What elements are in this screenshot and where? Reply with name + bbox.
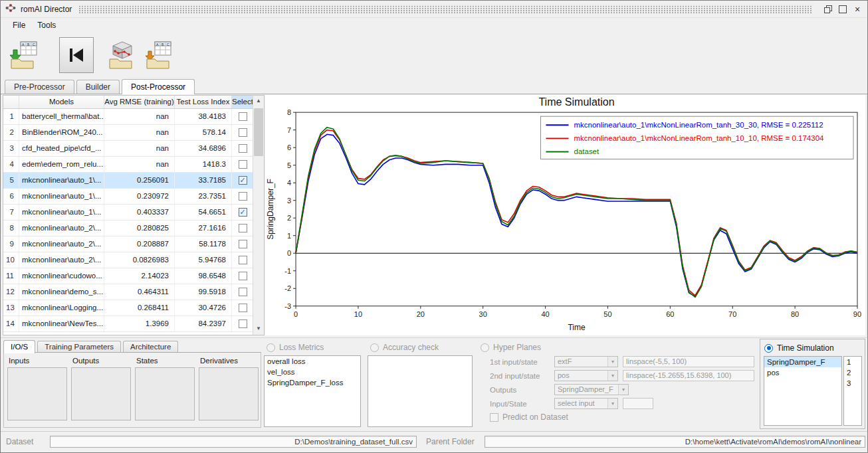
open-training-table-button[interactable]: ABC: [6, 37, 41, 73]
menu-file[interactable]: File: [7, 19, 31, 31]
hyper-row-label: Input/State: [490, 400, 550, 408]
header-avg-rmse[interactable]: Avg RMSE (training): [104, 96, 175, 108]
ios-column-label: Inputs: [9, 357, 67, 365]
table-row[interactable]: 11mkcnonlinear\cudowo...2.1402398.6548: [3, 268, 253, 284]
table-row[interactable]: 6mkcnonlinear\auto_1\...0.23097223.7351: [3, 189, 253, 205]
select-checkbox[interactable]: ✓: [239, 208, 247, 217]
select-checkbox[interactable]: [239, 192, 247, 201]
accuracy-check-list[interactable]: [368, 355, 473, 427]
table-row[interactable]: 2BinBlender\ROM_240...nan578.14: [3, 125, 253, 141]
select-checkbox[interactable]: [239, 240, 247, 248]
accuracy-check-radio[interactable]: Accuracy check: [370, 342, 439, 353]
test-loss-cell: 38.4183: [175, 109, 232, 124]
ios-list-states[interactable]: [135, 367, 195, 420]
svg-text:C: C: [167, 43, 169, 46]
tab-architecture[interactable]: Architecture: [123, 341, 178, 353]
radio-icon: [764, 344, 773, 353]
test-loss-cell: 23.7351: [175, 189, 232, 204]
header-models[interactable]: Models: [19, 96, 104, 108]
table-row[interactable]: 3cfd_heated_pipe\cfd_...nan34.6896: [3, 141, 253, 157]
close-icon[interactable]: ×: [851, 3, 863, 15]
list-item[interactable]: pos: [764, 367, 841, 378]
open-results-table-button[interactable]: ABC: [142, 37, 176, 73]
tab-builder[interactable]: Builder: [76, 80, 120, 94]
time-sim-signal-list[interactable]: SpringDamper_Fpos: [764, 356, 842, 426]
table-row[interactable]: 5mkcnonlinear\auto_1\...0.25609133.7185✓: [3, 173, 253, 189]
select-checkbox[interactable]: [239, 288, 247, 296]
list-item[interactable]: SpringDamper_F_loss: [265, 377, 360, 388]
table-row[interactable]: 13mkcnonlinear\Logging...0.26841130.4726: [3, 300, 253, 316]
parent-folder-field[interactable]: D:\home\kett\Activate\romAI\demos\romAI\…: [485, 436, 865, 448]
model-name-cell: mkcnonlinear\auto_2\...: [19, 252, 104, 268]
scroll-down-icon[interactable]: ▼: [253, 323, 264, 335]
table-row[interactable]: 12mkcnonlinear\demo_s...0.46431199.5918: [3, 284, 253, 300]
test-loss-cell: 54.6651: [175, 205, 232, 220]
loss-metrics-list[interactable]: overall lossvel_lossSpringDamper_F_loss: [264, 355, 361, 427]
model-name-cell: mkcnonlinear\NewTes...: [19, 316, 104, 331]
ios-list-inputs[interactable]: [7, 367, 67, 420]
hyper-select-outputs[interactable]: SpringDamper_F▾: [554, 384, 629, 395]
select-checkbox[interactable]: ✓: [239, 176, 247, 185]
open-rom-button[interactable]: [104, 37, 139, 73]
time-simulation-radio[interactable]: Time Simulation: [764, 343, 834, 353]
avg-rmse-cell: 2.14023: [104, 268, 175, 284]
ios-list-outputs[interactable]: [71, 367, 131, 420]
header-select[interactable]: Select: [232, 96, 253, 108]
select-checkbox[interactable]: [239, 224, 247, 232]
list-item[interactable]: 3: [844, 378, 861, 389]
test-loss-cell: 30.4726: [175, 300, 232, 316]
select-checkbox[interactable]: [239, 272, 247, 280]
loss-metrics-radio[interactable]: Loss Metrics: [267, 342, 324, 353]
table-scrollbar[interactable]: ▲ ▼: [253, 96, 264, 335]
hyper-planes-radio[interactable]: Hyper Planes: [481, 342, 541, 353]
list-item[interactable]: overall loss: [265, 356, 360, 367]
select-checkbox[interactable]: [239, 304, 247, 312]
dataset-path-field[interactable]: D:\Demos\training_dataset_full.csv: [50, 436, 417, 448]
menu-tools[interactable]: Tools: [32, 19, 61, 31]
select-checkbox[interactable]: [239, 319, 247, 328]
hyper-select-input-state[interactable]: select input▾: [554, 398, 618, 409]
select-checkbox[interactable]: [239, 112, 247, 121]
predict-on-dataset-checkbox[interactable]: Predict on Dataset: [490, 412, 568, 422]
select-checkbox[interactable]: [239, 160, 247, 169]
table-row[interactable]: 4edem\edem_rom_relu...nan1418.3: [3, 157, 253, 173]
table-row[interactable]: 14mkcnonlinear\NewTes...1.396984.2397: [3, 316, 253, 332]
table-row[interactable]: 10mkcnonlinear\auto_2\...0.08269835.9476…: [3, 252, 253, 268]
table-row[interactable]: 7mkcnonlinear\auto_1\...0.40333754.6651✓: [3, 205, 253, 221]
scroll-up-icon[interactable]: ▲: [253, 96, 264, 107]
ios-list-derivatives[interactable]: [199, 367, 259, 420]
row-number: 7: [3, 205, 19, 220]
select-checkbox[interactable]: [239, 144, 247, 153]
tab-training-parameters[interactable]: Training Parameters: [37, 341, 121, 353]
time-sim-index-list[interactable]: 123: [843, 356, 862, 426]
restore-icon[interactable]: [822, 3, 834, 15]
hyper-select-2nd-input-state[interactable]: pos▾: [554, 370, 618, 381]
hyper-select-1st-input-state[interactable]: extF▾: [554, 356, 618, 367]
avg-rmse-cell: 0.0826983: [104, 252, 175, 268]
select-checkbox[interactable]: [239, 128, 247, 137]
tab-post-processor[interactable]: Post-Processor: [122, 79, 195, 94]
hyper-value-field[interactable]: linspace(-5,5, 100): [623, 356, 754, 367]
avg-rmse-cell: 0.256091: [104, 173, 175, 188]
select-checkbox[interactable]: [239, 256, 247, 264]
svg-text:0: 0: [287, 249, 291, 257]
list-item[interactable]: 1: [844, 357, 861, 367]
list-item[interactable]: 2: [844, 367, 861, 378]
table-row[interactable]: 9mkcnonlinear\auto_2\...0.20888758.1178: [3, 236, 253, 252]
scrollbar-thumb[interactable]: [254, 108, 263, 156]
list-item[interactable]: SpringDamper_F: [764, 357, 841, 367]
avg-rmse-cell: nan: [104, 157, 175, 172]
test-loss-cell: 5.94768: [175, 252, 232, 268]
header-test-loss[interactable]: Test Loss Index: [175, 96, 232, 108]
list-item[interactable]: vel_loss: [265, 367, 360, 377]
ios-column-label: Outputs: [72, 357, 131, 365]
hyper-value-field[interactable]: [623, 398, 653, 409]
tab-i-o-s[interactable]: I/O/S: [3, 340, 35, 353]
tab-pre-processor[interactable]: Pre-Processor: [5, 80, 74, 94]
table-row[interactable]: 8mkcnonlinear\auto_2\...0.28082527.1616: [3, 221, 253, 236]
hyper-value-field[interactable]: linspace(-15.2655,15.6398, 100): [623, 370, 754, 381]
reset-button[interactable]: [59, 37, 94, 73]
title-drag-area[interactable]: [78, 5, 813, 13]
maximize-icon[interactable]: [837, 3, 849, 15]
table-row[interactable]: 1batterycell_thermal\bat...nan38.4183: [3, 109, 253, 125]
